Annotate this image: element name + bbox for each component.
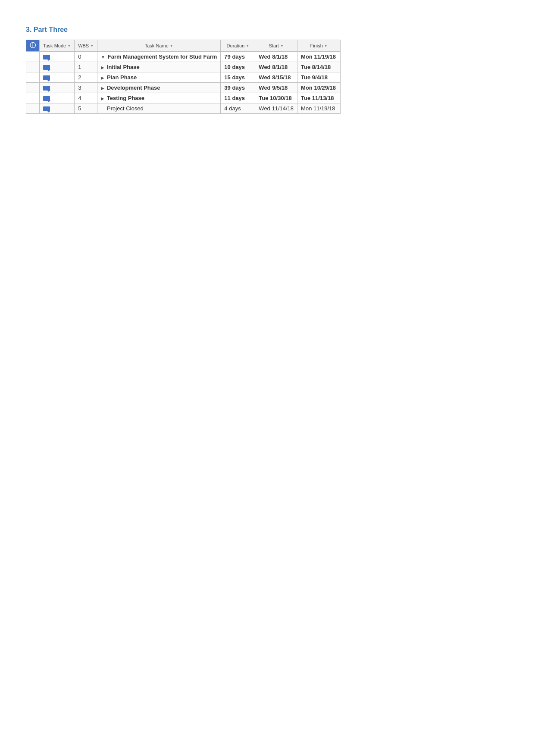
th-taskname[interactable]: Task Name ▼ xyxy=(97,40,221,52)
th-duration[interactable]: Duration ▼ xyxy=(221,40,255,52)
row-wbs-cell: 5 xyxy=(75,103,97,114)
row-taskname-cell: ▶ Initial Phase xyxy=(97,62,221,72)
start-text: Wed 11/14/18 xyxy=(259,105,294,112)
start-text: Wed 8/15/18 xyxy=(259,74,291,81)
section-title: 3. Part Three xyxy=(26,26,509,34)
th-duration-label: Duration xyxy=(227,43,245,48)
th-info: ⓘ xyxy=(26,40,40,52)
table-row: 4▶ Testing Phase11 daysTue 10/30/18Tue 1… xyxy=(26,93,341,103)
row-mode-cell xyxy=(40,52,75,62)
finish-text: Mon 11/19/18 xyxy=(301,53,336,60)
th-mode[interactable]: Task Mode ▼ xyxy=(40,40,75,52)
task-name-text: Farm Management System for Stud Farm xyxy=(108,53,217,60)
task-mode-icon xyxy=(43,55,50,59)
start-dropdown-arrow[interactable]: ▼ xyxy=(280,44,284,48)
duration-text: 79 days xyxy=(224,53,245,60)
row-start-cell: Wed 8/15/18 xyxy=(255,72,297,83)
expand-arrow-icon[interactable]: ▶ xyxy=(101,86,106,91)
section-container: 3. Part Three ⓘ Task Mode ▼ WBS ▼ xyxy=(26,26,509,114)
row-mode-cell xyxy=(40,103,75,114)
finish-text: Tue 11/13/18 xyxy=(301,95,334,101)
start-text: Wed 8/1/18 xyxy=(259,64,288,70)
start-text: Wed 9/5/18 xyxy=(259,84,288,91)
row-info-cell xyxy=(26,72,40,83)
task-name-text: Initial Phase xyxy=(107,64,140,70)
task-name-text: Development Phase xyxy=(107,84,160,91)
th-finish[interactable]: Finish ▼ xyxy=(297,40,341,52)
table-row: 3▶ Development Phase39 daysWed 9/5/18Mon… xyxy=(26,83,341,93)
row-start-cell: Wed 8/1/18 xyxy=(255,62,297,72)
task-name-text: Project Closed xyxy=(107,105,144,112)
table-row: 5Project Closed4 daysWed 11/14/18Mon 11/… xyxy=(26,103,341,114)
expand-arrow-icon[interactable]: ▶ xyxy=(101,75,106,80)
row-wbs-cell: 4 xyxy=(75,93,97,103)
finish-text: Tue 9/4/18 xyxy=(301,74,328,81)
duration-text: 39 days xyxy=(224,84,245,91)
task-name-text: Plan Phase xyxy=(107,74,137,81)
row-info-cell xyxy=(26,103,40,114)
th-wbs-label: WBS xyxy=(78,43,89,48)
row-duration-cell: 10 days xyxy=(221,62,255,72)
duration-text: 10 days xyxy=(224,64,245,70)
gantt-table: ⓘ Task Mode ▼ WBS ▼ Task Name xyxy=(26,40,341,114)
mode-dropdown-arrow[interactable]: ▼ xyxy=(67,44,71,48)
row-start-cell: Wed 8/1/18 xyxy=(255,52,297,62)
finish-text: Tue 8/14/18 xyxy=(301,64,331,70)
row-finish-cell: Mon 11/19/18 xyxy=(297,103,341,114)
row-duration-cell: 39 days xyxy=(221,83,255,93)
row-wbs-cell: 3 xyxy=(75,83,97,93)
row-taskname-cell: ▶ Plan Phase xyxy=(97,72,221,83)
row-wbs-cell: 1 xyxy=(75,62,97,72)
task-mode-icon xyxy=(43,65,50,70)
th-taskname-label: Task Name xyxy=(145,43,169,48)
expand-arrow-icon[interactable]: ▶ xyxy=(101,65,106,70)
taskname-dropdown-arrow[interactable]: ▼ xyxy=(170,44,173,48)
finish-text: Mon 10/29/18 xyxy=(301,84,336,91)
row-duration-cell: 15 days xyxy=(221,72,255,83)
row-info-cell xyxy=(26,52,40,62)
row-start-cell: Tue 10/30/18 xyxy=(255,93,297,103)
th-wbs[interactable]: WBS ▼ xyxy=(75,40,97,52)
row-finish-cell: Mon 10/29/18 xyxy=(297,83,341,93)
row-taskname-cell: ▶ Development Phase xyxy=(97,83,221,93)
row-finish-cell: Tue 11/13/18 xyxy=(297,93,341,103)
task-mode-icon xyxy=(43,75,50,80)
row-info-cell xyxy=(26,83,40,93)
row-duration-cell: 4 days xyxy=(221,103,255,114)
task-name-text: Testing Phase xyxy=(107,95,144,101)
collapse-arrow-icon[interactable]: ▼ xyxy=(101,55,106,59)
start-text: Wed 8/1/18 xyxy=(259,53,288,60)
row-mode-cell xyxy=(40,62,75,72)
row-start-cell: Wed 11/14/18 xyxy=(255,103,297,114)
th-start[interactable]: Start ▼ xyxy=(255,40,297,52)
row-taskname-cell: ▼ Farm Management System for Stud Farm xyxy=(97,52,221,62)
start-text: Tue 10/30/18 xyxy=(259,95,291,101)
info-icon: ⓘ xyxy=(30,42,36,49)
duration-text: 4 days xyxy=(224,105,241,112)
th-start-label: Start xyxy=(269,43,279,48)
row-mode-cell xyxy=(40,83,75,93)
task-mode-icon xyxy=(43,96,50,101)
task-mode-icon xyxy=(43,106,50,111)
table-row: 0▼ Farm Management System for Stud Farm7… xyxy=(26,52,341,62)
row-info-cell xyxy=(26,62,40,72)
duration-text: 15 days xyxy=(224,74,245,81)
row-finish-cell: Tue 8/14/18 xyxy=(297,62,341,72)
wbs-dropdown-arrow[interactable]: ▼ xyxy=(90,44,94,48)
row-wbs-cell: 0 xyxy=(75,52,97,62)
table-row: 1▶ Initial Phase10 daysWed 8/1/18Tue 8/1… xyxy=(26,62,341,72)
expand-arrow-icon[interactable]: ▶ xyxy=(101,96,106,101)
row-duration-cell: 79 days xyxy=(221,52,255,62)
row-taskname-cell: Project Closed xyxy=(97,103,221,114)
row-taskname-cell: ▶ Testing Phase xyxy=(97,93,221,103)
duration-dropdown-arrow[interactable]: ▼ xyxy=(246,44,249,48)
row-finish-cell: Mon 11/19/18 xyxy=(297,52,341,62)
th-finish-label: Finish xyxy=(310,43,322,48)
row-finish-cell: Tue 9/4/18 xyxy=(297,72,341,83)
row-duration-cell: 11 days xyxy=(221,93,255,103)
finish-dropdown-arrow[interactable]: ▼ xyxy=(324,44,328,48)
finish-text: Mon 11/19/18 xyxy=(301,105,335,112)
row-wbs-cell: 2 xyxy=(75,72,97,83)
table-row: 2▶ Plan Phase15 daysWed 8/15/18Tue 9/4/1… xyxy=(26,72,341,83)
row-start-cell: Wed 9/5/18 xyxy=(255,83,297,93)
